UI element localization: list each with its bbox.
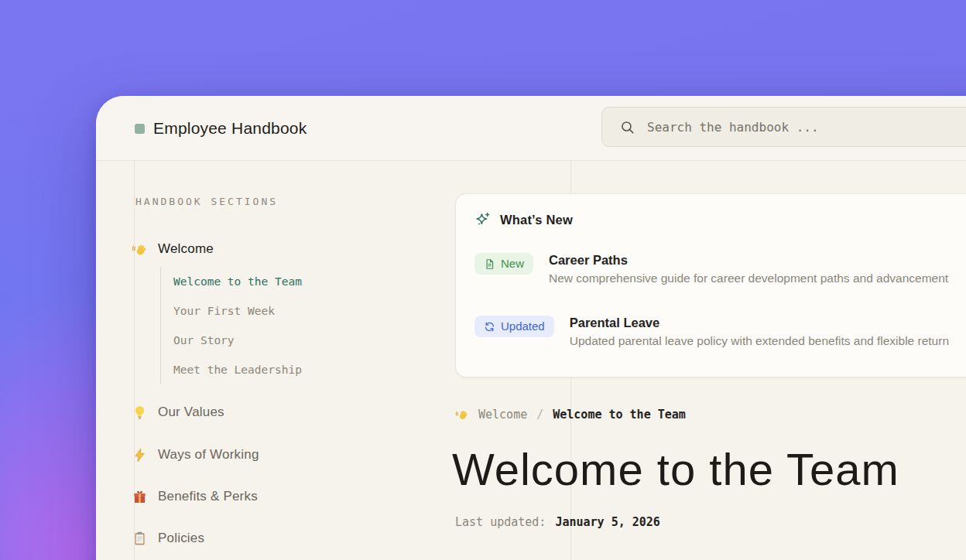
sidebar-item-welcome[interactable]: Welcome	[132, 238, 214, 260]
sidebar-item-policies[interactable]: Policies	[132, 528, 204, 549]
handbook-window: Employee Handbook HANDBOOK SECTIONS Welc…	[96, 96, 966, 560]
sidebar-item-label: Policies	[158, 531, 204, 546]
news-item-description: New comprehensive guide for career devel…	[549, 271, 948, 285]
breadcrumb-section[interactable]: Welcome	[478, 408, 527, 422]
news-item-text: Career Paths New comprehensive guide for…	[549, 253, 948, 285]
news-item-career-paths[interactable]: New Career Paths New comprehensive guide…	[474, 253, 966, 285]
square-logo-icon	[135, 124, 145, 134]
page-title: Welcome to the Team	[452, 446, 899, 493]
sidebar-item-ways-of-working[interactable]: Ways of Working	[132, 444, 259, 466]
news-item-parental-leave[interactable]: Updated Parental Leave Updated parental …	[474, 316, 966, 348]
news-item-text: Parental Leave Updated parental leave po…	[570, 316, 949, 348]
search-box[interactable]	[601, 107, 966, 147]
badge-label: Updated	[501, 319, 545, 333]
app-header: Employee Handbook	[96, 96, 966, 161]
sidebar-heading: HANDBOOK SECTIONS	[135, 196, 278, 207]
sparkle-icon	[474, 211, 492, 228]
updated-badge: Updated	[474, 316, 554, 337]
sidebar-item-label: Welcome	[158, 241, 214, 257]
last-updated-label: Last updated:	[455, 515, 546, 529]
sidebar-item-label: Benefits & Perks	[158, 489, 258, 504]
sidebar-item-label: Ways of Working	[158, 447, 259, 463]
bulb-icon	[132, 405, 148, 421]
whats-new-title: What’s New	[500, 213, 573, 227]
breadcrumb-separator: /	[536, 408, 543, 422]
news-item-description: Updated parental leave policy with exten…	[570, 334, 949, 348]
sidebar-item-benefits-perks[interactable]: Benefits & Perks	[132, 486, 258, 507]
refresh-icon	[484, 321, 495, 333]
search-input[interactable]	[647, 120, 966, 135]
app-title: Employee Handbook	[153, 119, 307, 138]
breadcrumb: Welcome / Welcome to the Team	[455, 407, 686, 422]
breadcrumb-current: Welcome to the Team	[553, 408, 686, 422]
last-updated-value: January 5, 2026	[555, 515, 659, 529]
document-icon	[484, 258, 495, 270]
badge-label: New	[501, 257, 524, 271]
new-badge: New	[474, 253, 533, 275]
app-brand: Employee Handbook	[135, 96, 307, 161]
subnav-item-our-story[interactable]: Our Story	[173, 326, 361, 355]
whats-new-header: What’s New	[474, 211, 573, 228]
last-updated: Last updated: January 5, 2026	[455, 515, 660, 529]
sidebar-subnav-welcome: Welcome to the Team Your First Week Our …	[160, 267, 361, 384]
wave-icon	[132, 241, 148, 258]
news-item-title: Parental Leave	[570, 316, 949, 330]
sidebar-item-our-values[interactable]: Our Values	[132, 401, 224, 423]
subnav-item-meet-the-leadership[interactable]: Meet the Leadership	[173, 355, 361, 384]
news-item-title: Career Paths	[549, 253, 948, 268]
sidebar-item-label: Our Values	[158, 405, 224, 420]
clipboard-icon	[132, 531, 148, 547]
whats-new-card: What’s New New Career Paths New comprehe…	[455, 193, 966, 377]
search-icon	[619, 119, 635, 135]
subnav-item-welcome-to-the-team[interactable]: Welcome to the Team	[173, 267, 361, 296]
wave-icon	[455, 408, 469, 422]
bolt-icon	[132, 447, 148, 463]
desktop-background: { "app": { "title": "Employee Handbook",…	[0, 0, 966, 560]
subnav-item-your-first-week[interactable]: Your First Week	[173, 296, 361, 326]
gift-icon	[132, 489, 148, 505]
